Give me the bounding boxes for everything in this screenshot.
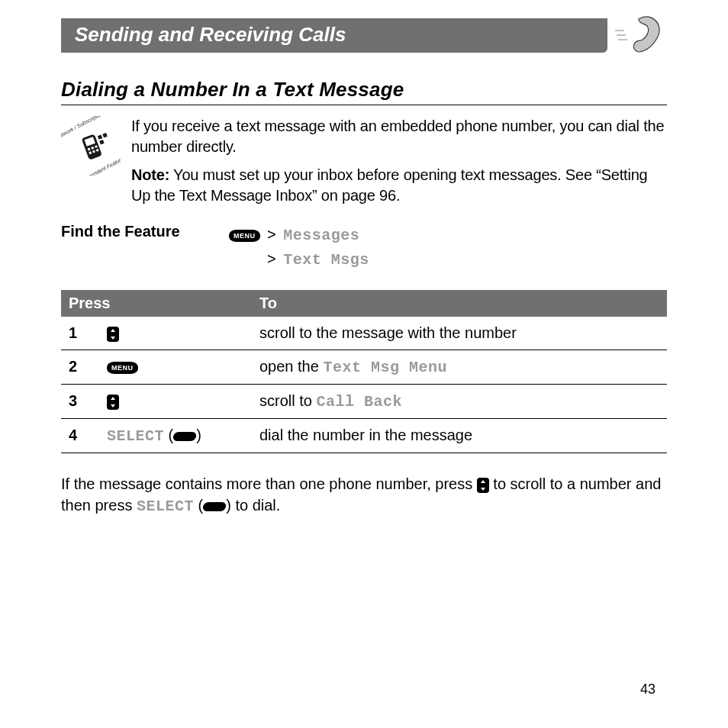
- step-press: MENU: [99, 350, 252, 385]
- menu-key-icon: MENU: [107, 362, 138, 374]
- header-banner: Sending and Receiving Calls: [61, 14, 667, 56]
- find-feature-label: Find the Feature: [61, 223, 214, 240]
- svg-text:Dependent  Feature: Dependent Feature: [81, 156, 121, 176]
- path-line-2: > Text Msgs: [229, 247, 369, 272]
- step-number: 3: [61, 385, 99, 419]
- feature-dependent-icon: Network / Subscription Dependent Feature: [61, 116, 121, 176]
- svg-rect-13: [98, 134, 102, 139]
- scroll-key-icon: [107, 395, 119, 410]
- col-press: Press: [61, 290, 252, 317]
- mono-term: Call Back: [316, 393, 402, 411]
- phone-handset-icon: [614, 14, 667, 56]
- step-press: [99, 385, 252, 419]
- svg-rect-15: [102, 133, 107, 137]
- path-text-msgs: Text Msgs: [283, 251, 369, 269]
- steps-table: Press To 1scroll to the message with the…: [61, 290, 667, 453]
- footer-paragraph: If the message contains more than one ph…: [61, 473, 667, 517]
- step-to: open the Text Msg Menu: [252, 350, 667, 385]
- find-feature-block: Find the Feature MENU > Messages > Text …: [61, 223, 667, 272]
- note-label: Note:: [131, 166, 169, 183]
- menu-key-icon: MENU: [229, 230, 260, 242]
- scroll-key-icon: [477, 478, 489, 493]
- step-press: SELECT (): [99, 419, 252, 453]
- page-number: 43: [640, 681, 656, 697]
- section-heading: Dialing a Number In a Text Message: [61, 78, 667, 105]
- step-to: scroll to Call Back: [252, 385, 667, 419]
- softkey-icon: [172, 432, 197, 441]
- note-text: You must set up your inbox before openin…: [131, 166, 648, 204]
- step-number: 1: [61, 317, 99, 350]
- mono-term: Text Msg Menu: [323, 359, 447, 376]
- scroll-key-icon: [107, 327, 119, 342]
- table-row: 1scroll to the message with the number: [61, 317, 667, 350]
- table-row: 4SELECT ()dial the number in the message: [61, 419, 667, 453]
- step-number: 4: [61, 419, 99, 453]
- step-to: scroll to the message with the number: [252, 317, 667, 350]
- step-press: [99, 317, 252, 350]
- step-to: dial the number in the message: [252, 419, 667, 453]
- note-paragraph: Note: You must set up your inbox before …: [131, 165, 667, 206]
- path-messages: Messages: [283, 227, 359, 244]
- softkey-icon: [202, 502, 227, 511]
- banner-title: Sending and Receiving Calls: [61, 18, 607, 53]
- svg-rect-14: [99, 140, 104, 144]
- intro-paragraph: If you receive a text message with an em…: [131, 116, 667, 157]
- path-line-1: MENU > Messages: [229, 223, 369, 247]
- table-row: 3scroll to Call Back: [61, 385, 667, 419]
- select-label: SELECT: [107, 427, 164, 445]
- col-to: To: [252, 290, 667, 317]
- step-number: 2: [61, 350, 99, 385]
- select-label: SELECT: [137, 498, 194, 515]
- table-row: 2MENUopen the Text Msg Menu: [61, 350, 667, 385]
